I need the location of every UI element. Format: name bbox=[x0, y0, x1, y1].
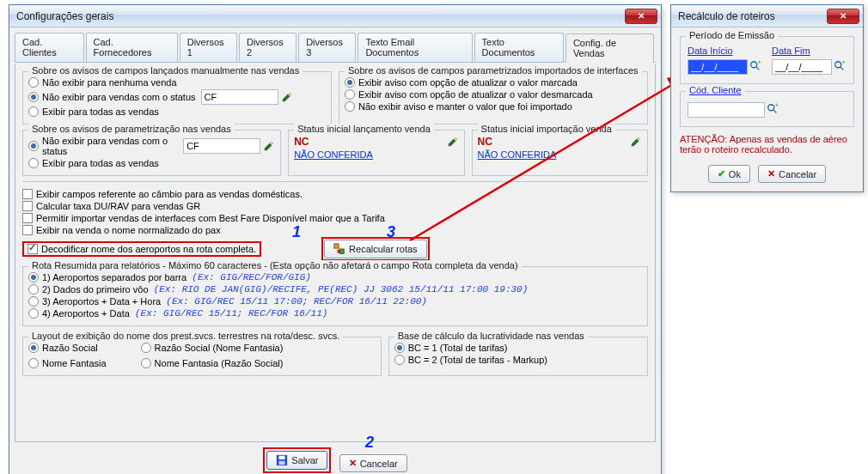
radio-layout-4[interactable] bbox=[141, 358, 151, 368]
save-icon bbox=[276, 454, 288, 466]
main-title: Configurações gerais bbox=[16, 10, 625, 22]
lookup-icon[interactable]: + bbox=[767, 103, 780, 117]
radio-label: Razão Social bbox=[42, 343, 98, 353]
status-imp-group: Status inicial importação venda NC NÃO C… bbox=[472, 130, 648, 176]
check-label: Permitir importar vendas de interfaces c… bbox=[36, 213, 385, 223]
status-imp-desc[interactable]: NÃO CONFERIDA bbox=[478, 149, 557, 160]
lookup-icon[interactable]: + bbox=[834, 60, 847, 74]
dialog-title: Recálculo de roteiros bbox=[678, 10, 827, 22]
check-decodificar[interactable] bbox=[28, 244, 38, 254]
highlight-frame-1: Decodificar nome dos aeroportos na rota … bbox=[22, 241, 261, 257]
radio-base-2[interactable] bbox=[394, 355, 405, 365]
radio-int-opt1[interactable] bbox=[345, 77, 355, 88]
svg-text:+: + bbox=[775, 103, 779, 108]
recalcular-rotas-button[interactable]: Recalcular rotas bbox=[324, 240, 426, 258]
tab-cad-fornecedores[interactable]: Cad. Fornecedores bbox=[86, 33, 178, 62]
edit-icon[interactable] bbox=[281, 91, 293, 103]
svg-text:+: + bbox=[758, 60, 761, 65]
base-legend: Base de cálculo da lucratividade nas ven… bbox=[394, 331, 588, 341]
data-inicio-input[interactable] bbox=[688, 59, 748, 75]
check-icon: ✔ bbox=[718, 168, 725, 179]
tab-cad-clientes[interactable]: Cad. Clientes bbox=[15, 33, 84, 62]
tab-diversos3[interactable]: Diversos 3 bbox=[298, 33, 356, 62]
main-window: Configurações gerais ✕ Cad. Clientes Cad… bbox=[9, 4, 662, 474]
status-input-1[interactable] bbox=[201, 89, 278, 105]
lookup-icon[interactable]: + bbox=[749, 60, 763, 74]
check-label: Decodificar nome dos aeroportos na rota … bbox=[41, 244, 256, 254]
main-titlebar: Configurações gerais ✕ bbox=[9, 5, 661, 27]
check-label: Exibir na venda o nome normalizado do pa… bbox=[36, 225, 221, 235]
svg-rect-3 bbox=[279, 456, 285, 459]
recalc-icon bbox=[333, 243, 345, 255]
callout-3: 3 bbox=[387, 223, 395, 241]
radio-rota-4[interactable] bbox=[28, 308, 39, 319]
cliente-group: Cód. Cliente + bbox=[680, 91, 854, 127]
status-input-2[interactable] bbox=[183, 138, 260, 154]
check-cambio[interactable] bbox=[22, 189, 33, 199]
edit-icon[interactable] bbox=[630, 136, 642, 148]
radio-layout-1[interactable] bbox=[28, 343, 39, 353]
cancel-button[interactable]: ✕ Cancelar bbox=[339, 454, 407, 472]
checks-group: Exibir campos referente ao câmbio para a… bbox=[22, 181, 648, 261]
edit-icon[interactable] bbox=[447, 136, 459, 148]
check-nomepax[interactable] bbox=[22, 225, 33, 235]
data-inicio-label[interactable]: Data Início bbox=[688, 46, 763, 56]
data-fim-label[interactable]: Data Fim bbox=[772, 46, 847, 56]
check-durav[interactable] bbox=[22, 201, 33, 211]
radio-rota-2[interactable] bbox=[28, 284, 39, 295]
tab-diversos2[interactable]: Diversos 2 bbox=[239, 33, 296, 62]
status-lanc-code: NC bbox=[294, 136, 309, 148]
callout-2: 2 bbox=[365, 434, 374, 452]
check-bestfare[interactable] bbox=[22, 213, 33, 223]
radio-label: Não exibir para vendas com o status bbox=[42, 136, 178, 156]
radio-nao-exibir-status[interactable] bbox=[28, 92, 39, 102]
cancel-icon: ✕ bbox=[767, 168, 775, 179]
layout-legend: Layout de exibição do nome dos prest.svc… bbox=[28, 331, 343, 341]
radio-rota-1[interactable] bbox=[28, 272, 39, 283]
radio-layout-3[interactable] bbox=[141, 343, 151, 353]
close-icon[interactable]: ✕ bbox=[625, 9, 657, 24]
edit-icon[interactable] bbox=[263, 140, 275, 152]
warning-text: ATENÇÃO: Apenas as vendas de aéreo terão… bbox=[680, 134, 854, 155]
button-bar: Salvar ✕ Cancelar bbox=[15, 447, 656, 473]
radio-base-1[interactable] bbox=[394, 343, 405, 353]
radio-layout-2[interactable] bbox=[28, 358, 39, 368]
radio-label: Exibir aviso com opção de atualizar o va… bbox=[358, 89, 593, 100]
svg-point-7 bbox=[751, 62, 757, 68]
status-imp-legend: Status inicial importação venda bbox=[478, 124, 615, 134]
radio-int-opt2[interactable] bbox=[345, 89, 355, 100]
svg-rect-4 bbox=[279, 461, 285, 465]
radio-rota-3[interactable] bbox=[28, 296, 39, 307]
radio-label: Não exibir para vendas com o status bbox=[42, 92, 196, 102]
save-button[interactable]: Salvar bbox=[266, 451, 327, 470]
radio-int-opt3[interactable] bbox=[345, 101, 355, 112]
tab-diversos1[interactable]: Diversos 1 bbox=[180, 33, 237, 62]
svg-text:+: + bbox=[842, 60, 846, 65]
tab-texto-email[interactable]: Texto Email Documentos bbox=[358, 33, 472, 62]
cod-cliente-input[interactable] bbox=[688, 102, 765, 118]
radio-label: 3) Aeroportos + Data + Hora bbox=[42, 296, 161, 307]
ok-button[interactable]: ✔ Ok bbox=[708, 165, 750, 183]
cod-cliente-label[interactable]: Cód. Cliente bbox=[686, 85, 745, 95]
recalc-label: Recalcular rotas bbox=[349, 244, 417, 254]
radio-exibir-todas[interactable] bbox=[28, 106, 39, 117]
highlight-frame-2: Salvar bbox=[263, 447, 331, 473]
data-fim-input[interactable] bbox=[772, 59, 832, 75]
tab-texto-doc[interactable]: Texto Documentos bbox=[474, 33, 564, 62]
avisos-interfaces-legend: Sobre os avisos de campos parametrizados… bbox=[345, 65, 642, 76]
recalc-dialog: Recálculo de roteiros ✕ Período de Emiss… bbox=[670, 4, 864, 192]
radio-label: Exibir para todas as vendas bbox=[42, 106, 159, 117]
base-panel: Base de cálculo da lucratividade nas ven… bbox=[388, 337, 648, 376]
cancel-button[interactable]: ✕ Cancelar bbox=[758, 165, 826, 183]
radio-label: 2) Dados do primeiro vôo bbox=[42, 284, 149, 295]
radio-param-opt1[interactable] bbox=[28, 141, 39, 151]
radio-label: Exibir aviso com opção de atualizar o va… bbox=[358, 77, 578, 88]
cancel-icon: ✕ bbox=[349, 458, 357, 469]
svg-line-11 bbox=[840, 67, 844, 70]
close-icon[interactable]: ✕ bbox=[827, 9, 859, 24]
radio-param-opt2[interactable] bbox=[28, 158, 39, 168]
radio-nao-exibir-nenhuma[interactable] bbox=[28, 77, 39, 88]
radio-label: BC = 1 (Total de tarifas) bbox=[408, 343, 508, 353]
status-lanc-desc[interactable]: NÃO CONFERIDA bbox=[294, 149, 373, 160]
tab-config-vendas[interactable]: Config. de Vendas bbox=[565, 33, 654, 63]
